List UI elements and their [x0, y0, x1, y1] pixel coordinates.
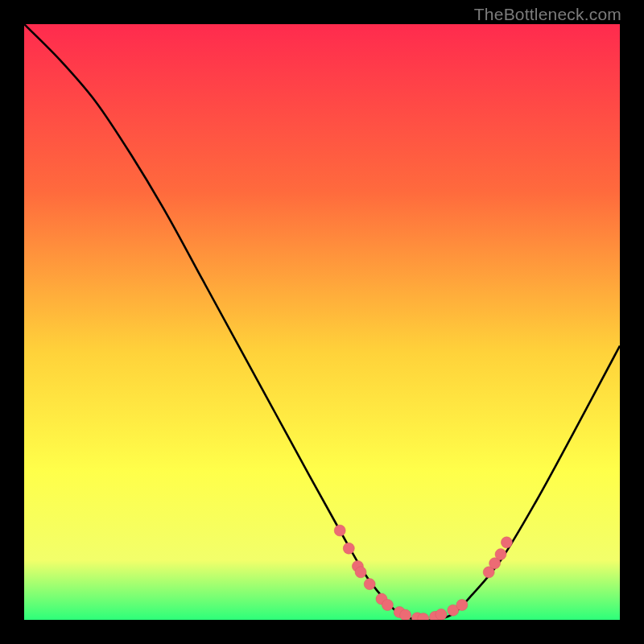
- data-marker: [334, 525, 345, 536]
- plot-area: [24, 24, 620, 620]
- bottleneck-curve: [24, 24, 620, 620]
- data-marker: [501, 537, 512, 548]
- watermark: TheBottleneck.com: [474, 5, 621, 24]
- data-marker: [400, 609, 411, 620]
- data-marker: [495, 549, 506, 560]
- data-markers: [334, 525, 512, 620]
- chart-svg: [24, 24, 620, 620]
- data-marker: [355, 567, 366, 578]
- chart-frame: TheBottleneck.com: [0, 0, 644, 644]
- data-marker: [456, 600, 468, 611]
- data-marker: [382, 600, 393, 611]
- data-marker: [343, 543, 354, 554]
- data-marker: [364, 579, 375, 590]
- data-marker: [436, 609, 447, 620]
